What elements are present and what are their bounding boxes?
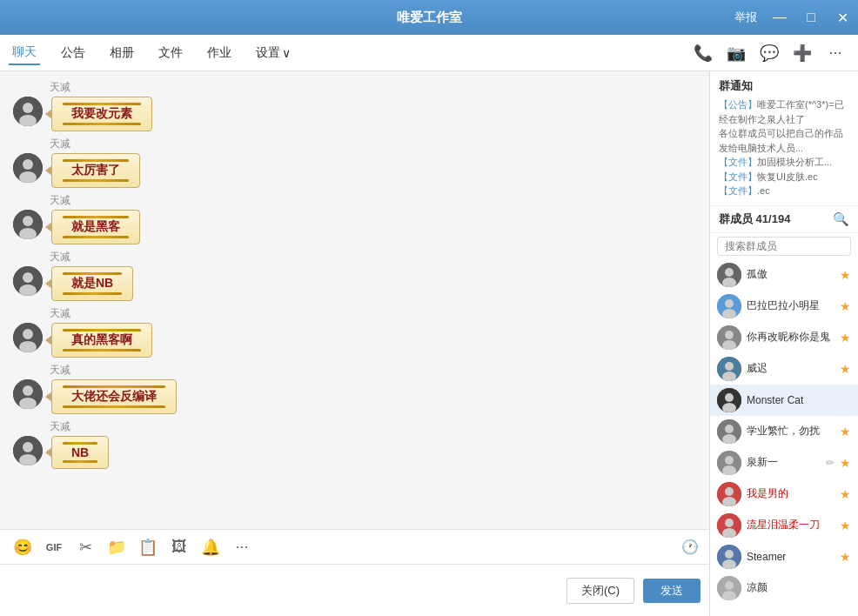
message-row: 就是NB [13, 266, 700, 301]
menu-chat[interactable]: 聊天 [9, 41, 40, 65]
member-avatar [717, 482, 741, 506]
chat-messages[interactable]: 天减我要改元素天减太厉害了天减就是黑客天减就是NB天减真的黑客啊天减大佬还会反编… [0, 71, 709, 529]
message-bubble: 就是NB [51, 266, 133, 301]
close-chat-button[interactable]: 关闭(C) [566, 578, 634, 604]
message-bubble: NB [51, 436, 109, 469]
menu-homework[interactable]: 作业 [204, 42, 235, 64]
right-sidebar: 群通知 【公告】唯爱工作室(*^3*)=已经在制作之泉人社了 各位群成员可以把自… [710, 71, 858, 616]
sender-name: 天减 [50, 250, 700, 264]
avatar [13, 266, 43, 296]
more-icon[interactable]: ··· [821, 39, 849, 67]
message-row: 真的黑客啊 [13, 323, 700, 358]
phone-icon[interactable]: 📞 [689, 39, 717, 67]
minimize-button[interactable]: — [764, 0, 795, 35]
member-item[interactable]: 巴拉巴拉小明星★ [710, 291, 858, 322]
notice-title: 群通知 [719, 78, 849, 94]
maximize-button[interactable]: □ [795, 0, 827, 35]
members-count: 群成员 41/194 [719, 211, 790, 227]
member-item[interactable]: Monster Cat [710, 385, 858, 416]
menu-files[interactable]: 文件 [155, 42, 186, 64]
chat-toolbar: 😊 GIF ✂ 📁 📋 🖼 🔔 ··· 🕐 [0, 529, 709, 564]
message-row: 我要改元素 [13, 97, 700, 131]
send-button[interactable]: 发送 [643, 579, 700, 603]
message-text: 就是黑客 [63, 216, 129, 238]
star-icon: ★ [840, 362, 851, 376]
app-title: 唯爱工作室 [397, 10, 462, 26]
message-group: 天减NB [13, 419, 700, 469]
message-group: 天减就是黑客 [13, 193, 700, 244]
emoji-icon[interactable]: 😊 [10, 535, 35, 559]
sender-name: 天减 [50, 363, 700, 378]
star-icon: ★ [840, 550, 851, 564]
member-name: 流星泪温柔一刀 [747, 518, 835, 532]
member-avatar [717, 419, 741, 444]
cut-icon[interactable]: ✂ [73, 535, 97, 559]
chat-area: 天减我要改元素天减太厉害了天减就是黑客天减就是NB天减真的黑客啊天减大佬还会反编… [0, 71, 710, 616]
member-search-input[interactable] [717, 237, 851, 256]
time-icon[interactable]: 🕐 [681, 539, 699, 555]
menu-settings[interactable]: 设置 ∨ [252, 42, 294, 64]
svg-point-13 [23, 329, 33, 339]
bell-icon[interactable]: 🔔 [198, 535, 223, 559]
member-item[interactable]: 泉新一✏★ [710, 447, 858, 479]
member-item[interactable]: 学业繁忙，勿扰★ [710, 416, 858, 447]
video-icon[interactable]: 📷 [722, 39, 750, 67]
report-button[interactable]: 举报 [727, 10, 764, 25]
member-item[interactable]: 你再改昵称你是鬼★ [710, 322, 858, 353]
members-list: 孤傲★巴拉巴拉小明星★你再改昵称你是鬼★威迟★Monster Cat学业繁忙，勿… [710, 259, 858, 617]
folder-icon[interactable]: 📁 [104, 535, 129, 559]
message-text: 太厉害了 [63, 159, 129, 182]
message-group: 天减太厉害了 [13, 137, 700, 188]
more-toolbar-icon[interactable]: ··· [230, 535, 254, 559]
message-bubble: 就是黑客 [51, 210, 140, 244]
member-item[interactable]: 威迟★ [710, 353, 858, 385]
star-icon: ★ [840, 519, 851, 532]
svg-point-49 [725, 550, 734, 559]
message-bubble: 太厉害了 [51, 153, 140, 188]
member-avatar [717, 545, 741, 569]
message-group: 天减就是NB [13, 250, 700, 301]
message-text: 就是NB [63, 272, 122, 295]
edit-icon: ✏ [826, 457, 835, 469]
svg-point-40 [725, 456, 734, 465]
avatar [13, 210, 43, 239]
star-icon: ★ [840, 456, 851, 470]
member-name: Steamer [747, 551, 835, 563]
add-icon[interactable]: ➕ [788, 39, 816, 67]
member-name: Monster Cat [747, 394, 851, 406]
member-item[interactable]: 流星泪温柔一刀★ [710, 510, 858, 541]
star-icon: ★ [840, 331, 851, 345]
message-text: NB [63, 442, 97, 463]
close-button[interactable]: ✕ [827, 0, 858, 35]
member-item[interactable]: 孤傲★ [710, 259, 858, 291]
svg-point-1 [23, 103, 33, 113]
star-icon: ★ [840, 268, 851, 282]
message-bubble: 大佬还会反编译 [51, 379, 177, 414]
svg-point-31 [725, 362, 734, 371]
message-row: 太厉害了 [13, 153, 700, 188]
chat-input[interactable] [9, 584, 558, 598]
menu-album[interactable]: 相册 [106, 42, 137, 64]
message-bubble: 真的黑客啊 [51, 323, 152, 358]
menu-notice[interactable]: 公告 [57, 42, 89, 64]
svg-point-4 [23, 159, 33, 170]
svg-point-37 [725, 425, 734, 433]
svg-point-46 [725, 519, 734, 527]
member-item[interactable]: 我是男的★ [710, 479, 858, 510]
svg-point-19 [23, 442, 33, 452]
chat-icon[interactable]: 💬 [755, 39, 783, 67]
image-icon[interactable]: 🖼 [167, 535, 191, 559]
gif-icon[interactable]: GIF [42, 535, 66, 559]
svg-point-16 [23, 385, 33, 396]
star-icon: ★ [840, 425, 851, 439]
avatar [13, 323, 43, 352]
sender-name: 天减 [50, 306, 700, 321]
member-item[interactable]: 凉颜 [710, 572, 858, 604]
avatar [13, 153, 43, 183]
clipboard-icon[interactable]: 📋 [136, 535, 160, 559]
member-avatar [717, 357, 741, 381]
member-search-icon[interactable]: 🔍 [833, 211, 849, 227]
member-name: 孤傲 [747, 267, 835, 282]
member-item[interactable]: Steamer★ [710, 541, 858, 572]
svg-point-34 [725, 393, 734, 402]
